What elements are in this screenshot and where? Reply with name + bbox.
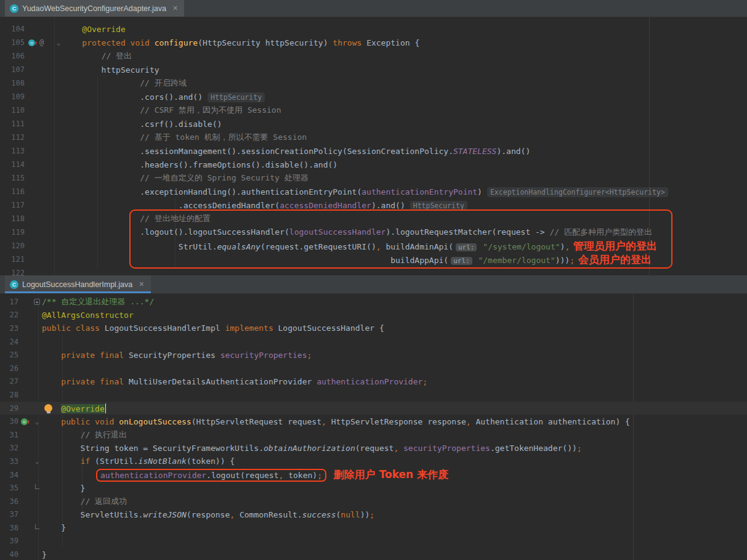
code-comment: // 一堆自定义的 Spring Security 处理器	[140, 173, 309, 182]
line-number[interactable]: 24	[0, 338, 18, 346]
code-line[interactable]: 38 }	[0, 521, 747, 535]
code-line[interactable]: 111 .csrf().disable()	[0, 117, 747, 131]
line-number[interactable]: 17	[0, 298, 18, 306]
line-number[interactable]: 117	[0, 201, 25, 209]
code-token: accessDeniedHandler	[280, 201, 371, 210]
code-line[interactable]: 112 // 基于 token 机制，所以不需要 Session	[0, 131, 747, 144]
line-number[interactable]: 32	[0, 444, 18, 452]
editor-pane-top[interactable]: 104 @Override105o↑@⌄ protected void conf…	[0, 17, 747, 275]
line-number[interactable]: 115	[0, 174, 25, 182]
line-number[interactable]: 30	[0, 417, 18, 426]
line-number[interactable]: 118	[0, 214, 25, 223]
line-number[interactable]: 116	[0, 187, 25, 196]
line-number[interactable]: 122	[0, 269, 25, 275]
code-token: void	[131, 38, 150, 47]
overrides-method-icon[interactable]: o↑	[28, 39, 38, 46]
code-line[interactable]: 24	[0, 335, 747, 349]
line-number[interactable]: 107	[0, 65, 25, 74]
code-line[interactable]: 17+/** 自定义退出处理器 ...*/	[0, 295, 747, 309]
code-line[interactable]: 28	[0, 388, 747, 402]
fold-end-icon[interactable]	[35, 484, 39, 489]
fold-chevron-icon[interactable]: ⌄	[57, 39, 61, 47]
editor-tabbar-bottom: C LogoutSuccessHandlerImpl.java ✕	[0, 275, 747, 294]
line-number[interactable]: 34	[0, 471, 18, 479]
line-number[interactable]: 25	[0, 351, 18, 359]
line-number[interactable]: 29	[0, 404, 18, 413]
code-line[interactable]: 106 // 登出	[0, 49, 747, 63]
code-line[interactable]: 109 .cors().and()HttpSecurity	[0, 90, 747, 103]
line-number[interactable]: 110	[0, 106, 25, 115]
line-number[interactable]: 120	[0, 241, 25, 250]
code-token	[398, 444, 403, 453]
line-number[interactable]: 113	[0, 147, 25, 155]
fold-expand-icon[interactable]: +	[34, 299, 40, 305]
editor-pane-bottom[interactable]: 17+/** 自定义退出处理器 ...*/22@AllArgsConstruct…	[0, 294, 747, 560]
code-line[interactable]: 30o↑⌄ public void onLogoutSuccess(HttpSe…	[0, 415, 747, 428]
code-line[interactable]: 116 .exceptionHandling().authenticationE…	[0, 185, 747, 198]
line-number[interactable]: 22	[0, 310, 18, 319]
code-line[interactable]: 113 .sessionManagement().sessionCreation…	[0, 144, 747, 158]
line-number[interactable]: 36	[0, 497, 18, 506]
text-caret	[105, 404, 107, 413]
code-text: public class LogoutSuccessHandlerImpl im…	[42, 323, 384, 333]
code-line[interactable]: 34 authenticationProvider.logout(request…	[0, 468, 747, 482]
code-line[interactable]: 115 // 一堆自定义的 Spring Security 处理器	[0, 171, 747, 185]
code-line[interactable]: 35 }	[0, 481, 747, 495]
line-number[interactable]: 23	[0, 324, 18, 333]
implements-method-icon[interactable]: o↑	[21, 418, 30, 425]
code-line[interactable]: 114 .headers().frameOptions().disable().…	[0, 158, 747, 171]
code-line[interactable]: 107 httpSecurity	[0, 63, 747, 76]
line-number[interactable]: 26	[0, 364, 18, 373]
code-line[interactable]: 110 // CSRF 禁用，因为不使用 Session	[0, 103, 747, 117]
tab-logout-success-handler-impl[interactable]: C LogoutSuccessHandlerImpl.java ✕	[5, 275, 151, 293]
line-number[interactable]: 111	[0, 120, 25, 128]
code-line[interactable]: 40}	[0, 548, 747, 560]
line-number[interactable]: 114	[0, 160, 25, 169]
code-line[interactable]: 108 // 开启跨域	[0, 76, 747, 90]
line-number[interactable]: 108	[0, 79, 25, 87]
fold-end-icon[interactable]	[35, 524, 39, 529]
line-number[interactable]: 106	[0, 52, 25, 60]
line-number[interactable]: 39	[0, 537, 18, 545]
code-token	[90, 417, 95, 426]
line-number[interactable]: 27	[0, 377, 18, 386]
code-line[interactable]: 33⌄ if (StrUtil.isNotBlank(token)) {	[0, 455, 747, 468]
code-line[interactable]: 39	[0, 535, 747, 548]
line-number[interactable]: 40	[0, 550, 18, 559]
code-token: .exceptionHandling().authenticationEntry…	[63, 187, 361, 197]
line-number[interactable]: 105	[0, 38, 25, 47]
code-line[interactable]: 31 // 执行退出	[0, 428, 747, 442]
code-line[interactable]: 32 String token = SecurityFrameworkUtils…	[0, 442, 747, 455]
code-line[interactable]: 37 ServletUtils.writeJSON(response, Comm…	[0, 508, 747, 522]
line-number[interactable]: 31	[0, 431, 18, 439]
code-line[interactable]: 23public class LogoutSuccessHandlerImpl …	[0, 322, 747, 335]
fold-chevron-icon[interactable]: ⌄	[35, 457, 39, 465]
line-number[interactable]: 112	[0, 133, 25, 142]
line-number[interactable]: 104	[0, 25, 25, 33]
annotation-gutter-icon[interactable]: @	[39, 38, 44, 47]
code-line[interactable]: 105o↑@⌄ protected void configure(HttpSec…	[0, 36, 747, 49]
line-number[interactable]: 28	[0, 391, 18, 399]
close-icon[interactable]: ✕	[139, 280, 144, 288]
code-line[interactable]: 22@AllArgsConstructor	[0, 309, 747, 322]
code-line[interactable]: 26	[0, 362, 747, 375]
tab-yudao-web-security-configurer-adapter[interactable]: C YudaoWebSecurityConfigurerAdapter.java…	[5, 0, 184, 17]
code-line[interactable]: 104 @Override	[0, 22, 747, 36]
line-number[interactable]: 35	[0, 484, 18, 492]
line-number[interactable]: 38	[0, 524, 18, 532]
code-text: .sessionManagement().sessionCreationPoli…	[63, 147, 530, 156]
line-number[interactable]: 37	[0, 510, 18, 519]
line-number[interactable]: 33	[0, 457, 18, 466]
code-line[interactable]: 29 @Override	[0, 402, 747, 415]
line-number[interactable]: 109	[0, 92, 25, 101]
line-number[interactable]: 119	[0, 228, 25, 237]
code-line[interactable]: 25 private final SecurityProperties secu…	[0, 348, 747, 362]
fold-chevron-icon[interactable]: ⌄	[35, 418, 39, 426]
code-line[interactable]: 36 // 返回成功	[0, 495, 747, 508]
code-line[interactable]: 27 private final MultiUserDetailsAuthent…	[0, 375, 747, 389]
code-text: @Override	[63, 25, 126, 34]
line-number[interactable]: 121	[0, 255, 25, 264]
intention-bulb-icon[interactable]	[44, 404, 52, 412]
code-token: ,	[466, 417, 471, 426]
close-icon[interactable]: ✕	[172, 4, 178, 12]
